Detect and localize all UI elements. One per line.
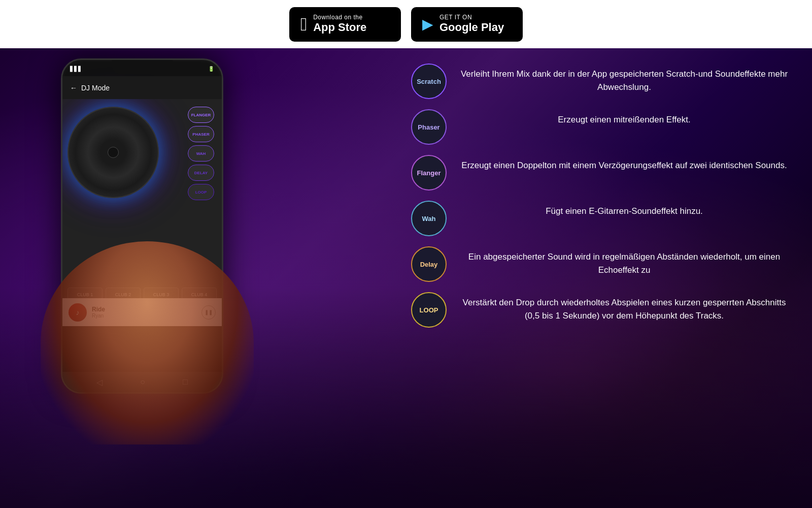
main-content: ▋▋▋ 12:00 🔋 ← DJ Mode FLANGER PHASER WAH… (0, 48, 812, 508)
phone-bottom-nav: ◁ ○ □ (62, 372, 222, 392)
app-store-button[interactable]:  Download on the App Store (289, 7, 401, 42)
features-panel: Scratch Verleiht Ihrem Mix dank der in d… (411, 64, 792, 328)
battery-icon: 🔋 (208, 66, 214, 72)
play-pause-button[interactable]: ❚❚ (201, 305, 216, 320)
flanger-badge: Flanger (411, 155, 447, 190)
feature-flanger: Flanger Erzeugt einen Doppelton mit eine… (411, 155, 792, 190)
back-button[interactable]: ← (70, 84, 77, 92)
phaser-button[interactable]: PHASER (188, 126, 214, 142)
track-title: Ride (92, 306, 196, 313)
wah-button[interactable]: WAH (188, 145, 214, 162)
google-play-big-text: Google Play (439, 21, 504, 34)
feature-scratch: Scratch Verleiht Ihrem Mix dank der in d… (411, 64, 792, 99)
delay-button[interactable]: DELAY (188, 165, 214, 181)
track-info: Ride Ryan (92, 306, 196, 319)
loop-text: Verstärkt den Drop durch wiederholtes Ab… (457, 292, 792, 322)
recents-nav-icon[interactable]: □ (183, 377, 188, 387)
vinyl-record[interactable] (67, 107, 159, 198)
loop-button[interactable]: LOOP (188, 184, 214, 200)
scratch-badge: Scratch (411, 64, 447, 99)
loop-badge: LOOP (411, 292, 447, 328)
app-store-small-text: Download on the (313, 14, 366, 21)
top-bar:  Download on the App Store ▶ GET IT ON … (0, 0, 812, 48)
effect-buttons: FLANGER PHASER WAH DELAY LOOP (188, 107, 214, 200)
flanger-button[interactable]: FLANGER (188, 107, 214, 123)
app-store-big-text: App Store (313, 21, 366, 34)
home-nav-icon[interactable]: ○ (140, 377, 145, 387)
phaser-badge: Phaser (411, 109, 447, 145)
phone-notch (112, 60, 173, 74)
app-header: ← DJ Mode (62, 76, 222, 99)
phone-container: ▋▋▋ 12:00 🔋 ← DJ Mode FLANGER PHASER WAH… (61, 58, 233, 434)
feature-delay: Delay Ein abgespeicherter Sound wird in … (411, 246, 792, 282)
back-nav-icon[interactable]: ◁ (96, 377, 103, 387)
now-playing-bar: ♪ Ride Ryan ❚❚ (62, 298, 222, 326)
feature-wah: Wah Fügt einen E-Gitarren-Soundeffekt hi… (411, 201, 792, 236)
phaser-text: Erzeugt einen mitreißenden Effekt. (457, 109, 792, 126)
google-play-button[interactable]: ▶ GET IT ON Google Play (411, 7, 523, 42)
wah-badge: Wah (411, 201, 447, 236)
scratch-text: Verleiht Ihrem Mix dank der in der App g… (457, 64, 792, 93)
google-play-small-text: GET IT ON (439, 14, 504, 21)
wah-text: Fügt einen E-Gitarren-Soundeffekt hinzu. (457, 201, 792, 218)
track-avatar: ♪ (69, 303, 87, 322)
apple-icon:  (300, 14, 307, 35)
flanger-text: Erzeugt einen Doppelton mit einem Verzög… (457, 155, 792, 172)
feature-phaser: Phaser Erzeugt einen mitreißenden Effekt… (411, 109, 792, 145)
google-play-icon: ▶ (422, 16, 433, 33)
track-artist: Ryan (92, 313, 196, 319)
feature-loop: LOOP Verstärkt den Drop durch wiederholt… (411, 292, 792, 328)
signal-icon: ▋▋▋ (70, 66, 82, 72)
phone-frame: ▋▋▋ 12:00 🔋 ← DJ Mode FLANGER PHASER WAH… (61, 58, 223, 394)
dj-area: FLANGER PHASER WAH DELAY LOOP CLUB 1 CLU… (62, 99, 222, 326)
delay-text: Ein abgespeicherter Sound wird in regelm… (457, 246, 792, 276)
delay-badge: Delay (411, 246, 447, 282)
mode-title: DJ Mode (81, 84, 110, 92)
